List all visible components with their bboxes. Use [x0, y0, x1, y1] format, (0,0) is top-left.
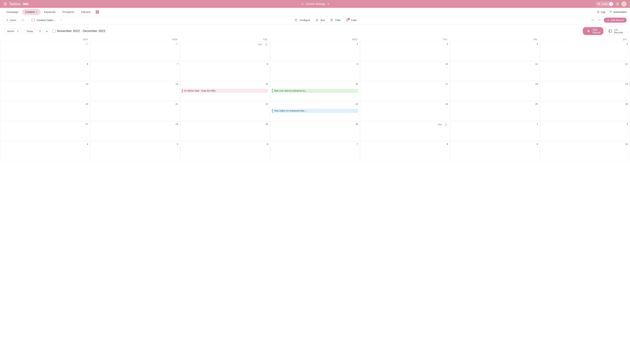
day-cell[interactable]: 9	[270, 61, 360, 81]
day-cell[interactable]: 8	[360, 141, 450, 161]
log-label: Log	[601, 10, 605, 13]
day-cell[interactable]: 29	[180, 121, 270, 141]
day-cell[interactable]: 26	[540, 101, 630, 121]
day-cell[interactable]: 18	[450, 81, 540, 101]
day-cell[interactable]: 13	[0, 81, 90, 101]
day-cell[interactable]: 6	[0, 61, 90, 81]
day-cell[interactable]: 30	[0, 41, 90, 61]
day-cell[interactable]: 4	[450, 41, 540, 61]
add-view-button[interactable]	[20, 18, 25, 23]
color-button[interactable]: 1 Color	[344, 17, 360, 23]
calendar-event[interactable]: Best ever deal on enterprise lic...	[272, 89, 358, 93]
help-icon[interactable]	[616, 2, 619, 5]
day-cell[interactable]: 19	[540, 81, 630, 101]
day-number: 16	[272, 83, 358, 85]
day-cell[interactable]: 25	[450, 101, 540, 121]
calendar-icon	[52, 29, 56, 33]
day-cell[interactable]: 22	[180, 101, 270, 121]
tab-label: Campaign	[6, 10, 18, 13]
day-number: 28	[92, 123, 178, 125]
day-cell[interactable]: 11	[450, 61, 540, 81]
day-cell[interactable]: 3	[360, 41, 450, 61]
automation-label: Automation	[613, 10, 626, 13]
day-cell[interactable]: 5	[540, 41, 630, 61]
day-cell[interactable]: 10	[360, 61, 450, 81]
prev-button[interactable]	[38, 29, 42, 33]
day-cell[interactable]: 9	[450, 141, 540, 161]
tab-content[interactable]: Content	[22, 9, 40, 15]
day-cell[interactable]: 17	[360, 81, 450, 101]
day-number: 11	[452, 62, 538, 65]
day-number: 8	[362, 143, 448, 146]
day-cell[interactable]: 21	[90, 101, 180, 121]
calendar-grid: 3031Nov123456789101112131415It's Winter …	[0, 41, 630, 162]
day-cell[interactable]: 23How Zylker Inc enhanced their ...	[270, 101, 360, 121]
day-number: 18	[452, 83, 538, 85]
day-cell[interactable]: 20	[0, 101, 90, 121]
view-menu-button[interactable]	[59, 18, 62, 22]
add-record-button[interactable]: Add Record	[604, 17, 626, 23]
day-cell[interactable]: 4	[0, 141, 90, 161]
list-records-button[interactable]: List Records	[605, 27, 626, 35]
tab-industry[interactable]: Industry	[78, 9, 94, 15]
day-cell[interactable]: 14	[90, 81, 180, 101]
day-cell[interactable]: 30	[270, 121, 360, 141]
sort-button[interactable]: Sort	[314, 17, 328, 23]
calendar-event[interactable]: It's Winter Sale - Grab the Offer	[182, 89, 268, 93]
color-label: Color	[351, 19, 357, 21]
views-button[interactable]: Views	[4, 18, 18, 22]
current-view[interactable]: Content Calen...	[32, 18, 55, 22]
invite-button[interactable]: Invite 7	[596, 1, 614, 6]
workspace-switcher[interactable]: Content Strategy	[301, 2, 329, 5]
day-cell[interactable]: 8	[180, 61, 270, 81]
calendar-icon	[32, 18, 35, 22]
day-number: 15	[182, 83, 268, 85]
day-number: 29	[182, 123, 268, 125]
day-number: 30	[2, 42, 88, 45]
user-avatar[interactable]	[622, 1, 626, 6]
svg-rect-8	[609, 30, 612, 32]
configure-button[interactable]: Configure	[293, 17, 313, 23]
day-cell[interactable]: 31	[90, 41, 180, 61]
tab-label: Content	[25, 10, 34, 13]
day-cell[interactable]: 2	[270, 41, 360, 61]
log-button[interactable]: Log	[596, 10, 605, 13]
chevron-down-icon	[328, 3, 329, 4]
tab-keywords[interactable]: Keywords	[41, 9, 58, 15]
tab-label: Keywords	[44, 10, 56, 13]
new-record-button[interactable]: New Record	[583, 27, 604, 35]
day-cell[interactable]: 3	[540, 121, 630, 141]
day-cell[interactable]: 27	[0, 121, 90, 141]
tab-campaign[interactable]: Campaign	[4, 9, 22, 15]
day-cell[interactable]: 10	[540, 141, 630, 161]
day-cell[interactable]: 28	[90, 121, 180, 141]
day-cell[interactable]: 7	[90, 61, 180, 81]
day-cell[interactable]: 24	[360, 101, 450, 121]
view-name-label: Content Calen...	[36, 19, 55, 22]
day-cell[interactable]: Dec1	[360, 121, 450, 141]
day-cell[interactable]: 15It's Winter Sale - Grab the Offer	[180, 81, 270, 101]
day-cell[interactable]: 5	[90, 141, 180, 161]
add-tab-button[interactable]: +	[96, 10, 99, 14]
day-cell[interactable]: 2	[450, 121, 540, 141]
day-number: 26	[542, 103, 628, 105]
day-cell[interactable]: 7	[270, 141, 360, 161]
day-number: 10	[362, 62, 448, 65]
day-cell[interactable]: 12	[540, 61, 630, 81]
redo-button[interactable]	[597, 18, 602, 23]
day-number: 23	[272, 103, 358, 105]
undo-button[interactable]	[590, 18, 595, 23]
scale-select[interactable]: Month	[4, 28, 22, 34]
next-button[interactable]	[44, 29, 49, 33]
calendar-event[interactable]: How Zylker Inc enhanced their ...	[272, 109, 358, 113]
today-button[interactable]: Today	[24, 28, 36, 34]
day-number: 4	[452, 42, 538, 45]
day-cell[interactable]: 16Best ever deal on enterprise lic...	[270, 81, 360, 101]
day-cell[interactable]: Nov1	[180, 41, 270, 61]
automation-button[interactable]: Automation	[609, 10, 626, 13]
day-cell[interactable]: 6	[180, 141, 270, 161]
day-number: 3	[362, 42, 448, 45]
date-range-title: November 2022 - December 2022	[57, 29, 106, 33]
tab-prospects[interactable]: Prospects	[60, 9, 77, 15]
filter-button[interactable]: Filter	[329, 17, 343, 23]
